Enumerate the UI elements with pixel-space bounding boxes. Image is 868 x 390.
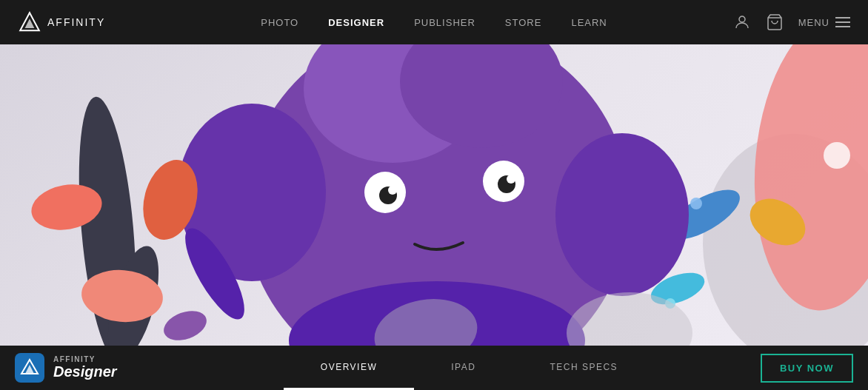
affinity-logo[interactable]: AFFINITY xyxy=(18,10,105,34)
designer-app-icon xyxy=(19,357,40,378)
navbar: AFFINITY PHOTO DESIGNER PUBLISHER STORE … xyxy=(0,0,868,44)
menu-label: MENU xyxy=(798,17,829,28)
nav-publisher[interactable]: PUBLISHER xyxy=(414,17,475,28)
svg-point-2 xyxy=(739,16,745,22)
svg-point-20 xyxy=(555,133,689,296)
product-icon xyxy=(15,353,44,383)
product-brand: AFFINITY xyxy=(53,355,117,363)
svg-point-31 xyxy=(160,306,211,346)
account-icon[interactable] xyxy=(733,13,751,31)
bottom-tabs: OVERVIEW IPAD TECH SPECS xyxy=(178,346,761,390)
svg-point-6 xyxy=(824,142,850,169)
nav-learn[interactable]: LEARN xyxy=(571,17,607,28)
hero-illustration xyxy=(0,44,868,346)
svg-point-10 xyxy=(690,198,702,209)
nav-designer[interactable]: DESIGNER xyxy=(328,17,384,28)
affinity-logo-icon xyxy=(18,10,41,34)
buy-now-button[interactable]: BUY NOW xyxy=(761,354,853,383)
tab-ipad[interactable]: IPAD xyxy=(414,346,513,390)
navbar-right: MENU xyxy=(733,13,850,31)
cart-icon[interactable] xyxy=(766,13,784,31)
tab-tech-specs[interactable]: TECH SPECS xyxy=(513,346,655,390)
navbar-left: AFFINITY xyxy=(18,10,105,34)
svg-point-26 xyxy=(388,186,397,195)
nav-store[interactable]: STORE xyxy=(505,17,542,28)
nav-photo[interactable]: PHOTO xyxy=(261,17,298,28)
hero-section xyxy=(0,44,868,346)
product-title: Designer xyxy=(53,363,117,380)
product-identity: AFFINITY Designer xyxy=(0,353,178,383)
bottom-bar: AFFINITY Designer OVERVIEW IPAD TECH SPE… xyxy=(0,346,868,390)
svg-point-27 xyxy=(507,175,515,184)
brand-name: AFFINITY xyxy=(47,16,105,28)
product-name-group: AFFINITY Designer xyxy=(53,355,117,380)
tab-overview[interactable]: OVERVIEW xyxy=(284,346,414,390)
blobs-svg xyxy=(0,44,868,346)
hamburger-icon xyxy=(835,17,850,27)
main-nav: PHOTO DESIGNER PUBLISHER STORE LEARN xyxy=(261,17,607,28)
menu-button[interactable]: MENU xyxy=(798,17,850,28)
